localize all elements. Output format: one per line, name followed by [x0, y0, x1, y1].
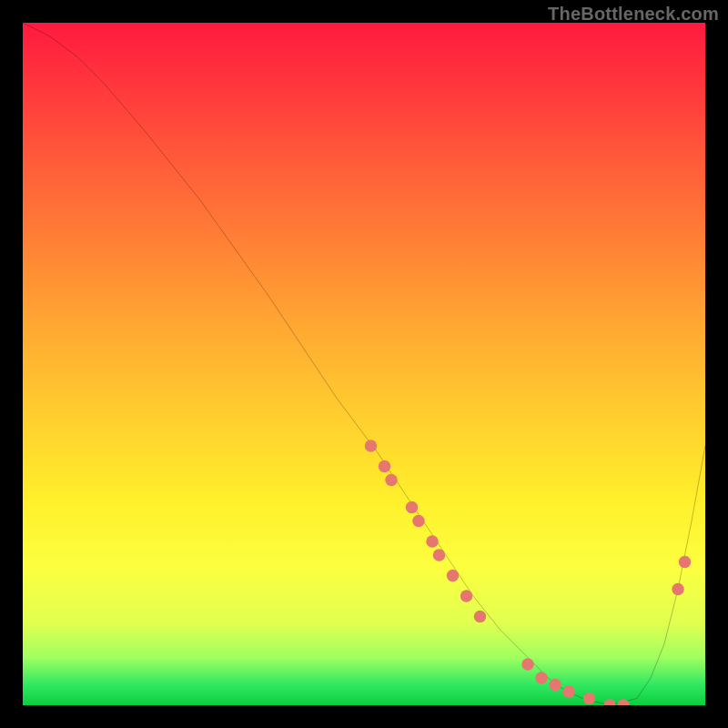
curve-path — [23, 23, 705, 705]
data-marker — [583, 693, 596, 705]
data-marker — [447, 570, 459, 582]
watermark-text: TheBottleneck.com — [548, 4, 719, 25]
data-marker — [535, 672, 548, 684]
marker-group — [365, 440, 692, 705]
data-marker — [549, 679, 561, 692]
plot-area — [23, 23, 705, 705]
data-marker — [365, 440, 377, 451]
data-marker — [379, 460, 390, 473]
data-marker — [460, 590, 473, 602]
data-marker — [426, 535, 438, 548]
data-marker — [385, 474, 397, 487]
data-marker — [617, 699, 630, 705]
data-marker — [521, 658, 534, 671]
chart-svg — [23, 23, 705, 705]
chart-container: TheBottleneck.com — [0, 0, 728, 728]
data-marker — [433, 549, 445, 561]
data-marker — [562, 685, 575, 698]
data-marker — [406, 501, 418, 514]
data-marker — [672, 583, 684, 596]
data-marker — [679, 556, 692, 569]
data-marker — [474, 611, 487, 623]
data-marker — [603, 699, 616, 705]
data-marker — [412, 515, 424, 528]
